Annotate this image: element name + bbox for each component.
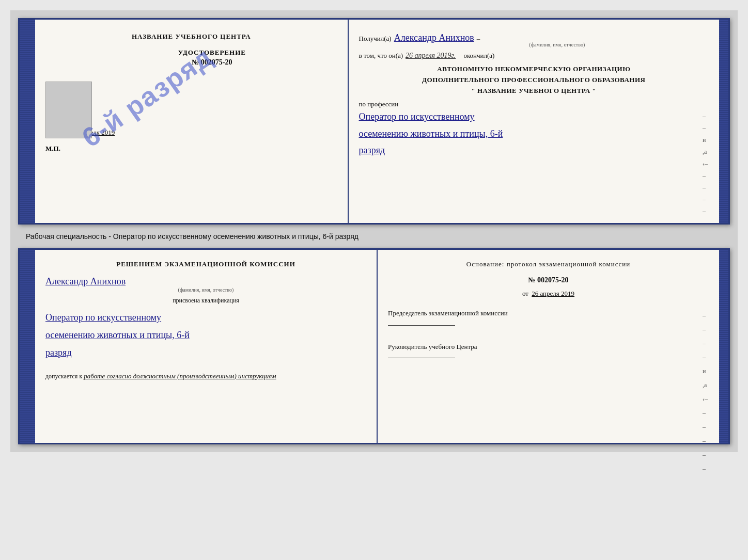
- qual-line1: Оператор по искусственному: [45, 309, 366, 326]
- side-decorations: – – и ,а ‹– – – – –: [703, 113, 708, 215]
- udostoverenie-block: УДОСТОВЕРЕНИЕ № 002075-20: [87, 49, 337, 67]
- ot-date: 26 апреля 2019: [532, 290, 574, 297]
- poluchil-hint: (фамилия, имя, отчество): [529, 42, 585, 47]
- dopuskaetsya-block: допускается к работе согласно должностны…: [45, 372, 366, 380]
- top-left-page: НАЗВАНИЕ УЧЕБНОГО ЦЕНТРА УДОСТОВЕРЕНИЕ №…: [35, 20, 349, 223]
- ot-label: от: [522, 290, 528, 297]
- predsedatel-signature-line: [388, 325, 455, 326]
- poluchil-line: Получил(а) Александр Анихнов – (фамилия,…: [359, 33, 709, 47]
- book-spine-left: [20, 20, 29, 223]
- bottom-left-page: Решением экзаменационной комиссии Алекса…: [35, 250, 378, 443]
- rukovoditel-block: Руководитель учебного Центра: [388, 343, 709, 364]
- top-certificate-book: НАЗВАНИЕ УЧЕБНОГО ЦЕНТРА УДОСТОВЕРЕНИЕ №…: [18, 18, 730, 225]
- book-spine-right: [719, 20, 728, 223]
- org-line3: " НАЗВАНИЕ УЧЕБНОГО ЦЕНТРА ": [359, 86, 709, 97]
- profession-line1: Оператор по искусственному: [359, 108, 709, 125]
- page-wrapper: НАЗВАНИЕ УЧЕБНОГО ЦЕНТРА УДОСТОВЕРЕНИЕ №…: [10, 10, 738, 452]
- org-line2: ДОПОЛНИТЕЛЬНОГО ПРОФЕССИОНАЛЬНОГО ОБРАЗО…: [359, 75, 709, 86]
- bottom-certificate-book: Решением экзаменационной комиссии Алекса…: [18, 248, 730, 444]
- po-professii-label: по профессии: [359, 100, 709, 108]
- bottom-spine-left: [20, 250, 29, 443]
- predsedatel-block: Председатель экзаменационной комиссии: [388, 308, 709, 332]
- bottom-right-page: Основание: протокол экзаменационной коми…: [378, 250, 719, 443]
- dopuskaetsya-label: допускается к: [45, 373, 82, 380]
- rukovoditel-label: Руководитель учебного Центра: [388, 343, 709, 351]
- cert-number: № 002075-20: [87, 58, 337, 67]
- org-block: АВТОНОМНУЮ НЕКОММЕРЧЕСКУЮ ОРГАНИЗАЦИЮ ДО…: [359, 64, 709, 96]
- profession-line2: осеменению животных и птицы, 6-й: [359, 125, 709, 142]
- top-right-page: Получил(а) Александр Анихнов – (фамилия,…: [349, 20, 719, 223]
- bottom-spine-right: [719, 250, 728, 443]
- profession-line3: разряд: [359, 142, 709, 158]
- photo-placeholder: [45, 82, 92, 138]
- predsedatel-label: Председатель экзаменационной комиссии: [388, 308, 709, 318]
- vtom-label: в том, что он(а): [359, 52, 403, 60]
- bottom-spine-left2: [29, 250, 35, 443]
- vtom-date: 26 апреля 2019г.: [406, 52, 456, 60]
- vtom-line: в том, что он(а) 26 апреля 2019г. окончи…: [359, 52, 709, 60]
- book-spine-left2: [29, 20, 35, 223]
- rukovoditel-signature-line: [388, 358, 455, 358]
- qual-line3: разряд: [45, 344, 366, 361]
- prisvoena-text: присвоена квалификация: [45, 297, 366, 305]
- bottom-name: Александр Анихнов: [45, 276, 126, 286]
- bottom-number: № 002075-20: [388, 276, 709, 284]
- mp-block: М.П.: [45, 145, 337, 153]
- dopuskaetsya-text: работе согласно должностным (производств…: [84, 372, 276, 380]
- left-title: НАЗВАНИЕ УЧЕБНОГО ЦЕНТРА: [45, 33, 337, 41]
- udostoverenie-title: УДОСТОВЕРЕНИЕ: [87, 49, 337, 57]
- name-block-bottom: Александр Анихнов (фамилия, имя, отчеств…: [45, 276, 366, 293]
- komissia-title: Решением экзаменационной комиссии: [45, 260, 366, 268]
- osnovanie-title: Основание: протокол экзаменационной коми…: [388, 260, 709, 268]
- qual-line2: осеменению животных и птицы, 6-й: [45, 326, 366, 344]
- okonchil-label: окончил(а): [463, 52, 494, 60]
- middle-text: Рабочая специальность - Оператор по иску…: [18, 230, 730, 243]
- side-decorations-bottom: – – – – и ,а ‹– – – – – –: [703, 312, 708, 473]
- bottom-name-hint: (фамилия, имя, отчество): [45, 287, 366, 293]
- qualification-text: Оператор по искусственному осеменению жи…: [45, 309, 366, 362]
- profession-text: Оператор по искусственному осеменению жи…: [359, 108, 709, 158]
- ot-date-block: от 26 апреля 2019: [388, 290, 709, 298]
- org-line1: АВТОНОМНУЮ НЕКОММЕРЧЕСКУЮ ОРГАНИЗАЦИЮ: [359, 64, 709, 75]
